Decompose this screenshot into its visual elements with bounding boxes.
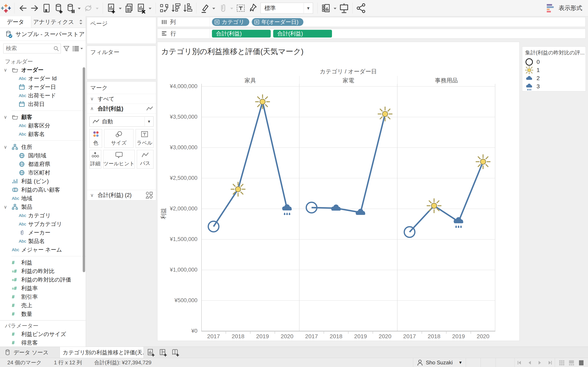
legend-item[interactable]: 1 [522, 66, 586, 74]
sort-ascending-button[interactable] [170, 2, 182, 14]
marks-button-tooltip[interactable]: ツールヒント [103, 150, 135, 169]
fields-scrollbar[interactable] [83, 67, 85, 272]
pause-auto-updates-button[interactable] [64, 2, 76, 14]
field-item[interactable]: =#利益の昨対比の評価 [0, 275, 86, 284]
new-worksheet-tab-button[interactable] [146, 347, 156, 358]
rows-shelf[interactable]: 行 合計(利益)合計(利益) [157, 29, 586, 39]
save-button[interactable] [41, 2, 52, 14]
pill-合計(利益)[interactable]: 合計(利益) [273, 30, 332, 38]
show-hide-cards-button[interactable] [320, 2, 332, 14]
view-options-icon[interactable] [72, 45, 84, 52]
tab-analytics[interactable]: アナリティクス [31, 16, 76, 28]
active-sheet-tab[interactable]: カテゴリ別の利益推移と評価(天... [60, 347, 144, 358]
clear-sheet-button[interactable] [135, 2, 147, 14]
run-update-button[interactable] [82, 2, 94, 14]
redo-button[interactable] [29, 2, 41, 14]
field-item[interactable]: #数量 [0, 310, 86, 318]
marks-sum-profit2-row[interactable]: ∨ 合計(利益) (2) [87, 190, 156, 200]
field-item[interactable]: Abcサブカテゴリ [0, 220, 86, 228]
show-cards-dropdown[interactable] [332, 2, 338, 14]
new-worksheet-button[interactable] [105, 2, 117, 14]
datasource-tab[interactable]: データ ソース [0, 347, 56, 358]
auto-updates-dropdown[interactable] [76, 2, 82, 14]
swap-rows-columns-button[interactable] [158, 2, 170, 14]
show-mark-labels-button[interactable] [235, 2, 247, 14]
new-story-tab-button[interactable] [171, 347, 181, 358]
field-item[interactable]: 市区町村 [0, 168, 86, 177]
group-members-dropdown[interactable] [229, 2, 235, 14]
duplicate-sheet-button[interactable] [123, 2, 135, 14]
presentation-mode-button[interactable] [338, 2, 350, 14]
field-item[interactable]: ∨製品 [0, 203, 86, 211]
field-item[interactable]: Abcオーダー Id [0, 74, 86, 83]
field-item[interactable]: Abc地域 [0, 194, 86, 203]
filter-fields-icon[interactable] [63, 45, 70, 52]
field-item[interactable]: =#利益の昨対比 [0, 267, 86, 275]
chevron-down-icon[interactable]: ∨ [3, 114, 12, 120]
field-item[interactable]: #割引率 [0, 292, 86, 301]
pill-年(オーダー日)[interactable]: 年(オーダー日) [252, 18, 303, 26]
legend-item[interactable]: 2 [522, 74, 586, 82]
field-item[interactable]: #利益ビンのサイズ [0, 330, 86, 338]
new-data-source-button[interactable] [52, 2, 64, 14]
show-me-button[interactable]: 表示形式 [546, 4, 582, 13]
expand-icon[interactable] [214, 19, 220, 25]
chevron-down-icon[interactable]: ∨ [3, 144, 12, 150]
field-item[interactable]: ∨住所 [0, 143, 86, 151]
field-item[interactable]: #得意客 [0, 338, 86, 347]
marks-button-size[interactable]: サイズ [104, 129, 134, 148]
fit-selector[interactable]: 標準 ▾ [260, 3, 313, 14]
chart-plot[interactable] [201, 84, 495, 337]
field-item[interactable]: =#利益率 [0, 284, 86, 292]
field-item[interactable]: メーカー [0, 228, 86, 237]
highlight-dropdown[interactable] [211, 2, 217, 14]
field-item[interactable]: Abc出荷モード [0, 91, 86, 100]
folder-item[interactable]: ∨顧客 [0, 113, 86, 121]
field-item[interactable]: #売上 [0, 301, 86, 310]
tab-data[interactable]: データ [0, 16, 31, 28]
marks-sum-profit-row[interactable]: ∧ 合計(利益) [87, 104, 156, 114]
datasource-row[interactable]: サンプル - スーパーストア [0, 28, 86, 41]
field-item[interactable]: Abcカテゴリ [0, 211, 86, 220]
share-button[interactable] [355, 2, 367, 14]
field-item[interactable]: オーダー日 [0, 83, 86, 91]
legend-item[interactable]: 0 [522, 58, 586, 66]
marks-button-path[interactable]: パス [137, 150, 154, 169]
field-item[interactable]: Abc顧客区分 [0, 121, 86, 130]
field-item[interactable]: 国/領域 [0, 151, 86, 160]
marks-all-row[interactable]: ∨ すべて [87, 94, 156, 104]
marks-button-color[interactable]: 色 [89, 129, 102, 148]
new-dashboard-tab-button[interactable] [158, 347, 168, 358]
field-item[interactable]: 利益 (ビン) [0, 177, 86, 185]
filters-shelf[interactable]: フィルター [87, 46, 156, 79]
field-item[interactable]: 出荷日 [0, 100, 86, 108]
field-item[interactable]: Abc顧客名 [0, 130, 86, 138]
pages-shelf[interactable]: ページ [87, 17, 156, 44]
highlight-button[interactable] [199, 2, 211, 14]
user-menu[interactable]: Sho Suzaki ▼ [413, 358, 466, 367]
group-members-button[interactable] [217, 2, 229, 14]
field-item[interactable]: 利益の高い顧客 [0, 185, 86, 194]
search-input[interactable] [3, 44, 57, 53]
field-item[interactable]: #利益 [0, 258, 86, 267]
field-item[interactable]: 都道府県 [0, 160, 86, 168]
marks-button-detail[interactable]: 詳細 [89, 150, 101, 169]
pane-minimize-icon[interactable] [76, 16, 86, 28]
clear-sheet-dropdown[interactable] [147, 2, 153, 14]
run-update-dropdown[interactable] [94, 2, 100, 14]
new-sheet-dropdown[interactable] [117, 2, 123, 14]
shape-legend[interactable]: 集計(利益の昨対比の評... 0123 [522, 47, 586, 91]
undo-button[interactable] [17, 2, 29, 14]
pill-合計(利益)[interactable]: 合計(利益) [212, 30, 271, 38]
sort-descending-button[interactable] [182, 2, 194, 14]
chevron-down-icon[interactable]: ∨ [3, 67, 12, 73]
mark-type-dropdown[interactable]: 自動 ▾ [89, 117, 154, 127]
legend-item[interactable]: 3 [522, 82, 586, 91]
field-item[interactable]: Abc製品名 [0, 237, 86, 245]
field-item[interactable]: Abcメジャー ネーム [0, 245, 86, 254]
pill-カテゴリ[interactable]: カテゴリ [212, 18, 249, 26]
chevron-down-icon[interactable]: ∨ [3, 204, 12, 210]
columns-shelf[interactable]: 列 カテゴリ年(オーダー日) [157, 17, 586, 27]
expand-icon[interactable] [254, 19, 259, 25]
fix-axes-button[interactable] [247, 2, 259, 14]
